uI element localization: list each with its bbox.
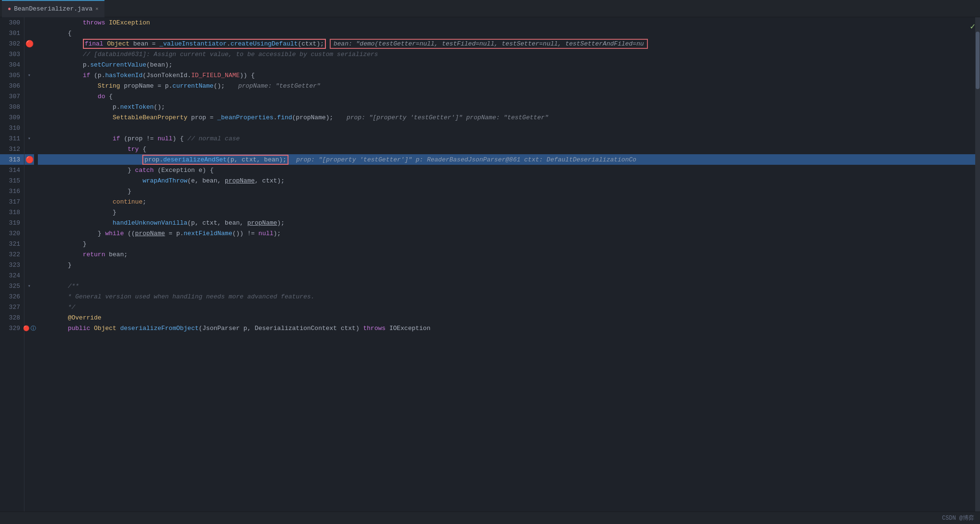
line-number: 309 [0, 112, 24, 123]
gutter-cell [24, 28, 34, 38]
line-number: 304 [0, 59, 24, 70]
gutter-cell [24, 228, 34, 239]
line-number: 303 [0, 49, 24, 59]
indent [38, 125, 113, 132]
gutter-cell [24, 260, 34, 270]
code-content: if (p.hasTokenId(JsonTokenId.ID_FIELD_NA… [83, 72, 255, 79]
file-tab[interactable]: ● BeanDeserializer.java × [2, 0, 104, 17]
line-number: 300 [0, 17, 24, 28]
indent [38, 198, 113, 205]
line-number: 325 [0, 281, 24, 291]
code-line: } [38, 239, 975, 249]
gutter-cell [24, 196, 34, 207]
tab-filename: BeanDeserializer.java [14, 5, 92, 12]
indent [38, 135, 113, 142]
code-content: public Object deserializeFromObject(Json… [68, 325, 430, 332]
code-content: */ [68, 304, 75, 311]
gutter-cell [24, 102, 34, 112]
code-content: SettableBeanProperty prop = _beanPropert… [113, 114, 548, 121]
code-line: /** [38, 281, 975, 291]
breakpoint-icon[interactable]: 🔴 [25, 156, 34, 164]
code-line: * General version used when handling nee… [38, 291, 975, 302]
gutter-cell [24, 112, 34, 123]
code-content: throws IOException [83, 19, 150, 26]
code-line: final Object bean = _valueInstantiator.c… [38, 38, 975, 49]
line-number: 301 [0, 28, 24, 38]
gutter-cell: 🔴 [24, 38, 34, 49]
indent [38, 156, 142, 163]
indent [38, 325, 68, 332]
code-line: handleUnknownVanilla(p, ctxt, bean, prop… [38, 217, 975, 228]
line-number: 314 [0, 165, 24, 175]
code-line: throws IOException [38, 17, 975, 28]
code-content: if (prop != null) { // normal case [113, 135, 240, 142]
gutter-cell [24, 239, 34, 249]
code-line: { [38, 28, 975, 38]
code-line: public Object deserializeFromObject(Json… [38, 323, 975, 333]
code-content: /** [68, 283, 79, 290]
gutter-cell [24, 123, 34, 133]
lines-area[interactable]: throws IOException { final Object bean =… [34, 17, 975, 512]
gutter-cell [24, 207, 34, 217]
indent [38, 283, 68, 290]
code-content: } while ((propName = p.nextFieldName()) … [98, 230, 281, 237]
code-content: p.nextToken(); [113, 103, 165, 111]
code-content: } catch (Exception e) { [127, 167, 213, 174]
indent [38, 209, 113, 216]
line-number: 305 [0, 70, 24, 80]
code-content: String propName = p.currentName(); propN… [98, 82, 321, 90]
gutter-cell [24, 59, 34, 70]
gutter-cell: 🔴 [24, 154, 34, 165]
code-line: p.nextToken(); [38, 102, 975, 112]
scrollbar-thumb[interactable] [976, 32, 980, 89]
gutter-cell [24, 249, 34, 260]
code-line: p.setCurrentValue(bean); [38, 59, 975, 70]
gutter-cell: ▾ [24, 133, 34, 144]
line-number: 307 [0, 91, 24, 102]
line-number: 312 [0, 144, 24, 154]
code-content: } [127, 188, 131, 195]
gutter-cell [24, 312, 34, 323]
code-line: if (p.hasTokenId(JsonTokenId.ID_FIELD_NA… [38, 70, 975, 80]
indent [38, 188, 127, 195]
code-content: prop.deserializeAndSet(p, ctxt, bean);pr… [142, 155, 636, 165]
gutter-cell [24, 165, 34, 175]
code-area: 3003013023033043053063073083093103113123… [0, 17, 980, 512]
gutter-cell [24, 217, 34, 228]
gutter-cell [24, 17, 34, 28]
breakpoint-icon[interactable]: 🔴 [25, 40, 34, 48]
line-number: 322 [0, 249, 24, 260]
fold-icon[interactable]: ▾ [28, 136, 31, 141]
code-line: do { [38, 91, 975, 102]
gutter-cell [24, 302, 34, 312]
line-number: 324 [0, 270, 24, 281]
fold-icon[interactable]: ▾ [28, 72, 31, 78]
indent [38, 40, 83, 47]
scrollbar[interactable] [975, 17, 980, 512]
fold-icon[interactable]: ▾ [28, 283, 31, 289]
tab-bar: ● BeanDeserializer.java × [0, 0, 980, 17]
code-line: } [38, 186, 975, 196]
code-line: */ [38, 302, 975, 312]
gutter-cell [24, 144, 34, 154]
code-content: final Object bean = _valueInstantiator.c… [83, 39, 648, 49]
line-number: 306 [0, 80, 24, 91]
indent [38, 251, 83, 258]
code-content: try { [127, 146, 146, 153]
line-number: 318 [0, 207, 24, 217]
indent [38, 19, 83, 26]
indent [38, 82, 98, 90]
code-content: p.setCurrentValue(bean); [83, 61, 173, 68]
line-number: 317 [0, 196, 24, 207]
indent [38, 51, 83, 58]
indent [38, 177, 142, 184]
red-box-code: final Object bean = _valueInstantiator.c… [83, 39, 326, 49]
tab-close-button[interactable]: × [95, 6, 99, 12]
debug-value: prop: "[property 'testGetter']" p: Reade… [296, 156, 636, 163]
red-box-debug: bean: "demo(testGetter=null, testFiled=n… [330, 39, 648, 49]
code-line: return bean; [38, 249, 975, 260]
gutter-cell: ▾ [24, 70, 34, 80]
indent [38, 61, 83, 68]
line-number: 313 [0, 154, 24, 165]
code-line: } while ((propName = p.nextFieldName()) … [38, 228, 975, 239]
